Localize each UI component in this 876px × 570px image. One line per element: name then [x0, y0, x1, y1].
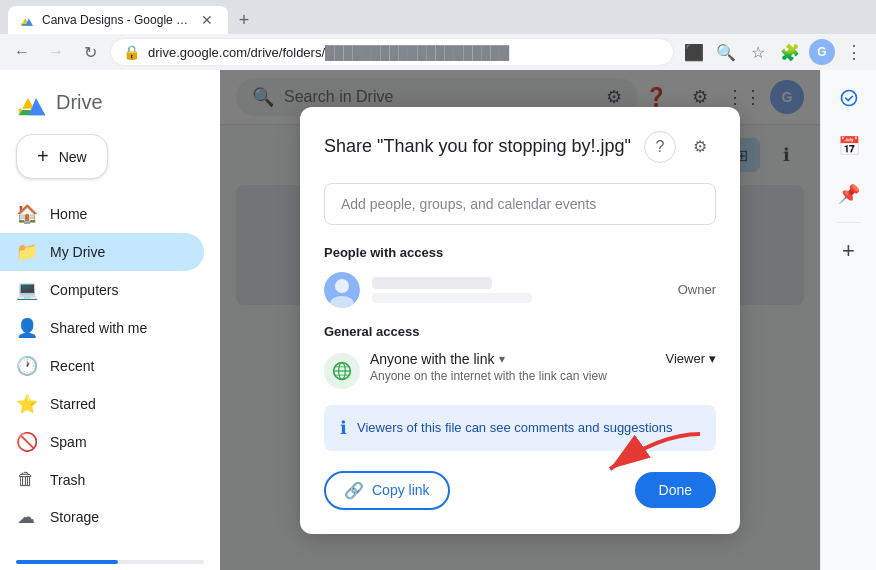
viewer-label: Viewer	[665, 351, 705, 366]
sidebar-item-home[interactable]: 🏠 Home	[0, 195, 204, 233]
person-name	[372, 277, 666, 303]
access-dropdown-icon[interactable]: ▾	[499, 352, 505, 366]
person-avatar	[324, 272, 360, 308]
storage-info: 827.3 MB of 15 GB used Get more storage	[0, 544, 220, 570]
storage-used-bar	[16, 560, 118, 564]
drive-wordmark: Drive	[56, 91, 103, 114]
access-info: Anyone with the link ▾ Anyone on the int…	[370, 351, 655, 383]
globe-icon	[332, 361, 352, 381]
public-access-icon	[324, 353, 360, 389]
sidebar-item-shared-with-me[interactable]: 👤 Shared with me	[0, 309, 204, 347]
recent-icon: 🕐	[16, 355, 36, 377]
link-icon: 🔗	[344, 481, 364, 500]
svg-point-1	[335, 279, 349, 293]
app-body: Drive + New 🏠 Home 📁 My Drive 💻 Computer…	[0, 70, 876, 570]
url-text: drive.google.com/drive/folders/█████████…	[148, 45, 661, 60]
general-access-section: General access	[324, 324, 716, 389]
drive-logo-icon	[16, 86, 48, 118]
storage-bar	[16, 560, 204, 564]
dialog-help-button[interactable]: ?	[644, 131, 676, 163]
person-avatar-img	[324, 272, 360, 308]
reload-button[interactable]: ↻	[76, 38, 104, 66]
people-input-placeholder: Add people, groups, and calendar events	[341, 196, 596, 212]
viewer-dropdown-icon: ▾	[709, 351, 716, 366]
people-section-title: People with access	[324, 245, 716, 260]
access-description: Anyone on the internet with the link can…	[370, 369, 655, 383]
computers-label: Computers	[50, 282, 118, 298]
sidebar-item-trash[interactable]: 🗑 Trash	[0, 461, 204, 498]
my-drive-label: My Drive	[50, 244, 105, 260]
active-tab[interactable]: Canva Designs - Google Drive ✕	[8, 6, 228, 34]
sidebar-logo: Drive	[0, 78, 220, 134]
dialog-header: Share "Thank you for stopping by!.jpg" ?…	[324, 131, 716, 163]
home-icon: 🏠	[16, 203, 36, 225]
new-button-label: New	[59, 149, 87, 165]
tasks-icon	[839, 88, 859, 108]
share-dialog: Share "Thank you for stopping by!.jpg" ?…	[300, 107, 740, 534]
tab-title: Canva Designs - Google Drive	[42, 13, 190, 27]
dialog-settings-button[interactable]: ⚙	[684, 131, 716, 163]
owner-label: Owner	[678, 282, 716, 297]
dialog-footer: 🔗 Copy link Done	[324, 471, 716, 510]
viewer-role-dropdown[interactable]: Viewer ▾	[665, 351, 716, 366]
general-access-title: General access	[324, 324, 716, 339]
info-banner-icon: ℹ	[340, 417, 347, 439]
sidebar-item-storage[interactable]: ☁ Storage	[0, 498, 204, 536]
dialog-overlay[interactable]: Share "Thank you for stopping by!.jpg" ?…	[220, 70, 820, 570]
back-button[interactable]: ←	[8, 38, 36, 66]
plus-icon: +	[37, 145, 49, 168]
done-button[interactable]: Done	[635, 472, 716, 508]
zoom-button[interactable]: 🔍	[712, 38, 740, 66]
tab-close-button[interactable]: ✕	[198, 11, 216, 29]
menu-button[interactable]: ⋮	[840, 38, 868, 66]
new-tab-button[interactable]: +	[230, 6, 258, 34]
right-panel: 📅 📌 +	[820, 70, 876, 570]
new-button[interactable]: + New	[16, 134, 108, 179]
forward-button[interactable]: →	[42, 38, 70, 66]
home-label: Home	[50, 206, 87, 222]
computers-icon: 💻	[16, 279, 36, 301]
tab-bar: Canva Designs - Google Drive ✕ +	[0, 0, 876, 34]
copy-link-button[interactable]: 🔗 Copy link	[324, 471, 450, 510]
trash-icon: 🗑	[16, 469, 36, 490]
people-with-access-section: People with access	[324, 245, 716, 308]
bookmark-button[interactable]: ☆	[744, 38, 772, 66]
right-panel-divider	[837, 222, 861, 223]
drive-favicon	[20, 13, 34, 27]
copy-link-label: Copy link	[372, 482, 430, 498]
sidebar-item-computers[interactable]: 💻 Computers	[0, 271, 204, 309]
person-row: Owner	[324, 272, 716, 308]
browser-chrome: Canva Designs - Google Drive ✕ + ← → ↻ 🔒…	[0, 0, 876, 70]
people-input[interactable]: Add people, groups, and calendar events	[324, 183, 716, 225]
person-email-blurred	[372, 293, 532, 303]
address-bar[interactable]: 🔒 drive.google.com/drive/folders/███████…	[110, 38, 674, 66]
my-drive-icon: 📁	[16, 241, 36, 263]
extensions-button[interactable]: 🧩	[776, 38, 804, 66]
spam-label: Spam	[50, 434, 87, 450]
browser-actions: ⬛ 🔍 ☆ 🧩 G ⋮	[680, 38, 868, 66]
cast-button[interactable]: ⬛	[680, 38, 708, 66]
keep-button[interactable]: 📌	[829, 174, 869, 214]
sidebar-item-my-drive[interactable]: 📁 My Drive	[0, 233, 204, 271]
add-apps-button[interactable]: +	[829, 231, 869, 271]
secure-icon: 🔒	[123, 44, 140, 60]
profile-button[interactable]: G	[808, 38, 836, 66]
dialog-header-icons: ? ⚙	[644, 131, 716, 163]
recent-label: Recent	[50, 358, 94, 374]
access-row: Anyone with the link ▾ Anyone on the int…	[324, 351, 716, 389]
sidebar-item-spam[interactable]: 🚫 Spam	[0, 423, 204, 461]
starred-icon: ⭐	[16, 393, 36, 415]
sidebar-item-recent[interactable]: 🕐 Recent	[0, 347, 204, 385]
browser-toolbar: ← → ↻ 🔒 drive.google.com/drive/folders/█…	[0, 34, 876, 70]
spam-icon: 🚫	[16, 431, 36, 453]
trash-label: Trash	[50, 472, 85, 488]
person-name-blurred	[372, 277, 492, 289]
main-content: 🔍 ⚙ ❓ ⚙ ⋮⋮ G Last opened by me ▾ ☰ ⊞ ℹ	[220, 70, 820, 570]
profile-avatar: G	[809, 39, 835, 65]
shared-icon: 👤	[16, 317, 36, 339]
calendar-button[interactable]: 📅	[829, 126, 869, 166]
starred-label: Starred	[50, 396, 96, 412]
sidebar-item-starred[interactable]: ⭐ Starred	[0, 385, 204, 423]
dialog-title: Share "Thank you for stopping by!.jpg"	[324, 136, 631, 157]
tasks-button[interactable]	[829, 78, 869, 118]
